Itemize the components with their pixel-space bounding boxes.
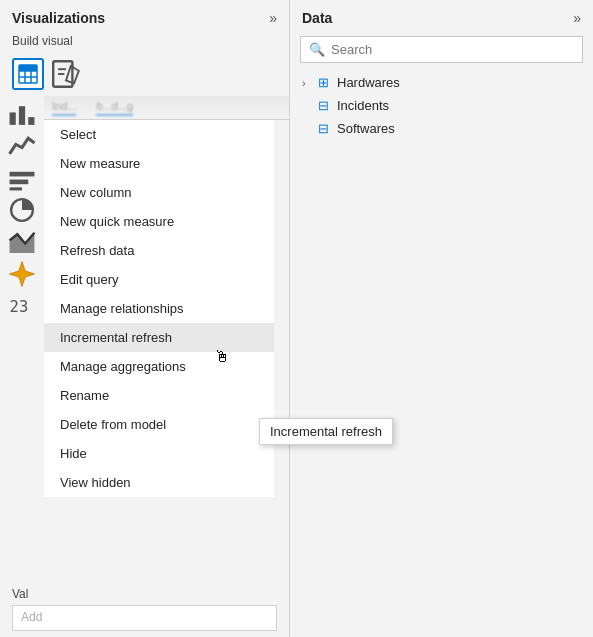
svg-rect-13 — [10, 180, 29, 185]
menu-item-manage-aggregations[interactable]: Manage aggregations — [44, 352, 274, 381]
data-panel-header: Data » — [290, 0, 593, 32]
visualizations-header: Visualizations » — [0, 0, 289, 32]
menu-item-refresh-data[interactable]: Refresh data — [44, 236, 274, 265]
scatter-sidebar-icon[interactable] — [8, 260, 36, 288]
tree-item-incidents[interactable]: ⊟ Incidents — [296, 94, 587, 117]
incidents-label: Incidents — [337, 98, 389, 113]
search-icon: 🔍 — [309, 42, 325, 57]
pie-chart-svg — [8, 196, 36, 224]
blurred-tabs: Ind... b...d...g — [52, 100, 133, 116]
menu-item-select[interactable]: Select — [44, 120, 274, 149]
table-icon-softwares: ⊟ — [318, 121, 329, 136]
svg-rect-14 — [10, 187, 22, 190]
menu-item-manage-relationships[interactable]: Manage relationships — [44, 294, 274, 323]
incremental-refresh-tooltip: Incremental refresh — [259, 418, 393, 445]
context-menu-list: Select New measure New column New quick … — [44, 120, 274, 497]
table-viz-icon[interactable] — [12, 58, 44, 90]
val-input-box[interactable]: Add — [12, 605, 277, 631]
edit-viz-icon[interactable] — [50, 58, 82, 90]
menu-item-new-quick-measure[interactable]: New quick measure — [44, 207, 274, 236]
column-chart-sidebar-icon[interactable] — [8, 164, 36, 192]
tree-item-softwares[interactable]: ⊟ Softwares — [296, 117, 587, 140]
number-svg: 23 — [8, 292, 36, 320]
left-panel: Visualizations » Build visual — [0, 0, 290, 637]
svg-rect-12 — [10, 172, 35, 177]
menu-item-hide[interactable]: Hide — [44, 439, 274, 468]
visualizations-title: Visualizations — [12, 10, 105, 26]
visualizations-expand-icon[interactable]: » — [269, 10, 277, 26]
scatter-svg — [8, 260, 36, 288]
menu-item-edit-query[interactable]: Edit query — [44, 265, 274, 294]
menu-item-delete-from-model[interactable]: Delete from model — [44, 410, 274, 439]
table-icon-incidents: ⊟ — [318, 98, 329, 113]
blurred-tabs-header: Ind... b...d...g — [44, 96, 289, 120]
hardwares-label: Hardwares — [337, 75, 400, 90]
column-chart-svg — [8, 164, 36, 192]
svg-rect-9 — [10, 112, 16, 124]
viz-row-with-menu: 23 Ind... b...d...g Select New measure — [0, 96, 289, 497]
data-tree: › ⊞ Hardwares ⊟ Incidents ⊟ Softwares — [290, 71, 593, 637]
svg-rect-5 — [19, 65, 37, 71]
bar-chart-svg — [8, 100, 36, 128]
softwares-label: Softwares — [337, 121, 395, 136]
area-chart-svg — [8, 228, 36, 256]
hardwares-chevron: › — [302, 77, 314, 89]
svg-rect-11 — [28, 117, 34, 125]
data-panel-title: Data — [302, 10, 332, 26]
blurred-tab-2: b...d...g — [96, 100, 133, 116]
number-viz-icon[interactable]: 23 — [8, 292, 36, 320]
menu-item-view-hidden[interactable]: View hidden — [44, 468, 274, 497]
table-icon-hardwares: ⊞ — [318, 75, 329, 90]
line-chart-sidebar-icon[interactable] — [8, 132, 36, 160]
blurred-tab-1: Ind... — [52, 100, 76, 116]
viz-sidebar-icons: 23 — [0, 96, 44, 324]
menu-item-incremental-refresh[interactable]: Incremental refresh — [44, 323, 274, 352]
edit-svg — [50, 58, 82, 90]
area-chart-sidebar-icon[interactable] — [8, 228, 36, 256]
line-chart-svg — [8, 132, 36, 160]
search-box[interactable]: 🔍 — [300, 36, 583, 63]
tree-item-hardwares[interactable]: › ⊞ Hardwares — [296, 71, 587, 94]
table-svg — [18, 64, 38, 84]
menu-item-new-measure[interactable]: New measure — [44, 149, 274, 178]
data-expand-icon[interactable]: » — [573, 10, 581, 26]
search-input[interactable] — [331, 42, 574, 57]
val-section: Val Add — [0, 579, 289, 637]
menu-item-new-column[interactable]: New column — [44, 178, 274, 207]
bar-chart-sidebar-icon[interactable] — [8, 100, 36, 128]
context-menu-area: Ind... b...d...g Select New measure New … — [44, 96, 289, 497]
svg-rect-10 — [19, 106, 25, 125]
pie-chart-sidebar-icon[interactable] — [8, 196, 36, 224]
viz-icons-row — [0, 54, 289, 96]
val-label: Val — [12, 587, 277, 601]
build-visual-label: Build visual — [0, 32, 289, 54]
menu-item-rename[interactable]: Rename — [44, 381, 274, 410]
right-panel: Data » 🔍 › ⊞ Hardwares ⊟ Incidents ⊟ Sof… — [290, 0, 593, 637]
svg-text:23: 23 — [10, 298, 29, 316]
